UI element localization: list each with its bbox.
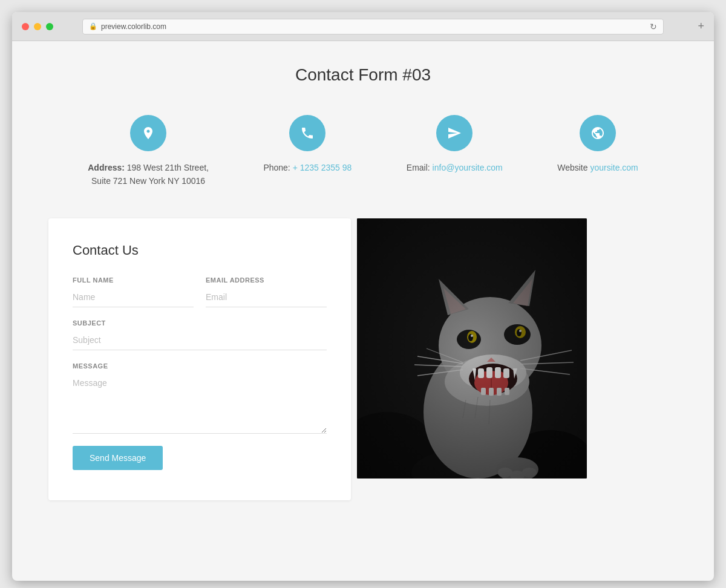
website-text: Website yoursite.com xyxy=(557,161,638,174)
page-content: Contact Form #03 Address: 198 West 21th … xyxy=(12,41,714,537)
contact-info-section: Address: 198 West 21th Street,Suite 721 … xyxy=(48,115,678,188)
main-section: Contact Us FULL NAME EMAIL ADDRESS S xyxy=(48,218,678,500)
phone-link[interactable]: + 1235 2355 98 xyxy=(293,163,352,172)
name-email-row: FULL NAME EMAIL ADDRESS xyxy=(73,276,327,307)
maximize-button[interactable] xyxy=(46,23,53,30)
email-text: Email: info@yoursite.com xyxy=(407,161,503,174)
url-text: preview.colorlib.com xyxy=(101,22,166,31)
email-group: EMAIL ADDRESS xyxy=(206,276,327,307)
full-name-label: FULL NAME xyxy=(73,276,194,284)
message-group: MESSAGE xyxy=(73,362,327,434)
page-title: Contact Form #03 xyxy=(48,65,678,85)
website-icon xyxy=(580,115,616,151)
minimize-button[interactable] xyxy=(34,23,41,30)
email-icon xyxy=(436,115,473,151)
contact-email-item: Email: info@yoursite.com xyxy=(407,115,503,174)
contact-phone-item: Phone: + 1235 2355 98 xyxy=(263,115,352,174)
cat-image xyxy=(357,218,587,479)
close-button[interactable] xyxy=(22,23,29,30)
address-text: Address: 198 West 21th Street,Suite 721 … xyxy=(88,161,209,188)
address-bar[interactable]: 🔒 preview.colorlib.com ↻ xyxy=(82,19,664,34)
email-link[interactable]: info@yoursite.com xyxy=(433,163,503,172)
email-label: EMAIL ADDRESS xyxy=(206,276,327,284)
form-title: Contact Us xyxy=(73,243,327,258)
svg-rect-51 xyxy=(357,218,587,479)
image-section xyxy=(357,218,587,500)
subject-label: SUBJECT xyxy=(73,319,327,327)
location-icon xyxy=(130,115,166,151)
subject-input[interactable] xyxy=(73,330,327,350)
browser-window: 🔒 preview.colorlib.com ↻ + Contact Form … xyxy=(12,12,714,581)
send-message-button[interactable]: Send Message xyxy=(73,446,163,470)
refresh-button[interactable]: ↻ xyxy=(650,22,657,31)
phone-icon xyxy=(289,115,325,151)
email-input[interactable] xyxy=(206,287,327,307)
contact-address-item: Address: 198 West 21th Street,Suite 721 … xyxy=(88,115,209,188)
browser-chrome: 🔒 preview.colorlib.com ↻ + xyxy=(12,12,714,41)
subject-row: SUBJECT xyxy=(73,319,327,350)
lock-icon: 🔒 xyxy=(89,22,97,30)
full-name-group: FULL NAME xyxy=(73,276,194,307)
website-link[interactable]: yoursite.com xyxy=(590,163,638,172)
contact-form-card: Contact Us FULL NAME EMAIL ADDRESS S xyxy=(48,218,351,500)
full-name-input[interactable] xyxy=(73,287,194,307)
message-textarea[interactable] xyxy=(73,373,327,434)
message-label: MESSAGE xyxy=(73,362,327,370)
phone-text: Phone: + 1235 2355 98 xyxy=(263,161,352,174)
new-tab-button[interactable]: + xyxy=(698,20,704,33)
contact-website-item: Website yoursite.com xyxy=(557,115,638,174)
subject-group: SUBJECT xyxy=(73,319,327,350)
